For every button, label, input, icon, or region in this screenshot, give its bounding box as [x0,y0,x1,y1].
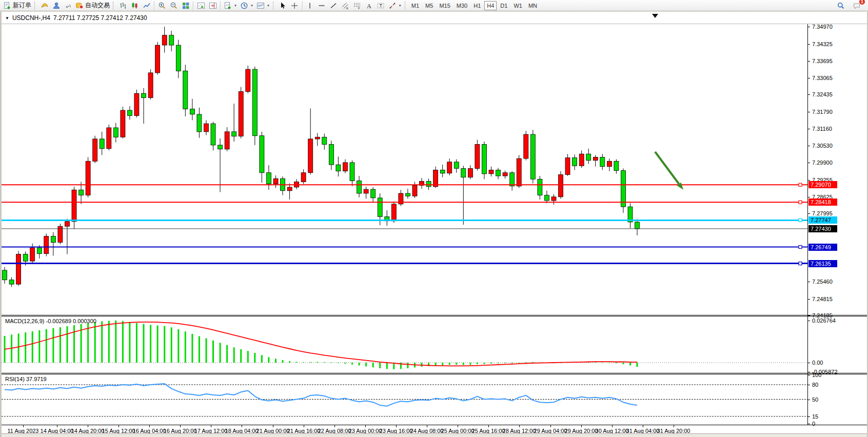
timeframe-button-w1[interactable]: W1 [511,1,525,10]
rsi-tick-label: 0 [808,421,815,427]
chart-window: ▼ USDCNH-,H4 7.27711 7.27725 7.27412 7.2… [0,12,868,437]
time-tick [119,425,119,427]
chart-shift-button[interactable] [207,1,219,11]
text-tool[interactable]: A [363,1,375,11]
autotrading-button[interactable]: 自动交易 [74,1,111,11]
time-tick [23,425,24,427]
rsi-tick-label: 15 [808,413,818,420]
auto-scroll-button[interactable] [195,1,207,11]
arrow-objects-icon [388,2,397,10]
equidistant-channel-icon: E [341,2,349,10]
new-chart-icon [224,2,232,10]
timeframe-button-m15[interactable]: M15 [437,1,452,10]
toolbar: 新订单 自动交易 [0,0,868,11]
toolbar-grip [113,2,115,10]
macd-plot[interactable] [2,316,807,373]
mql5-profile-button[interactable] [50,1,62,11]
new-order-icon [3,2,11,10]
periods-dropdown[interactable]: ▼ [239,1,255,11]
time-tick [550,425,551,427]
toolbar-grip [405,2,407,10]
auto-scroll-icon [197,2,205,10]
price-tick-label: 7.32435 [808,91,833,97]
svg-text:E: E [346,6,348,9]
time-tick [674,425,674,427]
vertical-line-icon [306,2,314,10]
timeframe-button-h4[interactable]: H4 [484,1,497,10]
chart-shift-marker[interactable] [652,14,658,18]
time-tick [242,425,242,427]
crosshair-icon [290,2,299,10]
zoom-in-button[interactable] [156,1,168,11]
timeframe-button-d1[interactable]: D1 [498,1,510,10]
time-tick [365,425,366,427]
timeframe-button-mn[interactable]: MN [526,1,540,10]
zoom-out-icon [170,2,178,10]
bar-chart-icon [119,2,127,10]
toolbar-grip [273,2,275,10]
chart-symbol-period: USDCNH-,H4 [12,14,50,22]
line-chart-button[interactable] [141,1,152,11]
price-tick-label: 7.25460 [808,279,833,285]
notification-badge: 1 [859,0,865,5]
signals-button[interactable] [62,1,74,11]
price-tick-label: 7.31160 [808,126,832,132]
tile-windows-button[interactable] [180,1,191,11]
arrows-dropdown[interactable]: ▼ [387,1,403,11]
search-icon[interactable] [835,1,846,11]
chart-quotes: 7.27711 7.27725 7.27412 7.27430 [53,14,147,22]
autotrading-icon [75,2,84,10]
time-tick [180,425,181,427]
price-tick-label: 7.27995 [808,210,833,216]
price-tick-label: 7.33695 [808,58,833,64]
time-tick [57,425,57,427]
price-chart-plot[interactable] [2,24,807,315]
chart-shift-icon [209,2,217,10]
timeframe-button-m30[interactable]: M30 [454,1,470,10]
time-tick [88,425,88,427]
macd-tick-label: 0.00 [808,360,823,366]
metaeditor-button[interactable] [38,1,50,11]
crosshair-button[interactable] [289,1,301,11]
timeframe-button-m1[interactable]: M1 [409,1,422,10]
time-tick [427,425,427,427]
zoom-out-button[interactable] [168,1,180,11]
dropdown-arrow-icon: ▼ [250,4,253,7]
time-tick [304,425,304,427]
price-axis[interactable]: 7.349707.343257.336957.330657.324357.317… [808,12,868,437]
timeframe-button-m5[interactable]: M5 [423,1,436,10]
rsi-tick-label: 80 [808,382,818,388]
price-line-tag: 7.28418 [808,198,837,206]
horizontal-line-tool[interactable] [316,1,328,11]
channel-tool[interactable]: E [340,1,351,11]
fibonacci-tool[interactable]: F [351,1,363,11]
collapse-triangle-icon[interactable]: ▼ [5,16,9,21]
bar-chart-button[interactable] [117,1,129,11]
price-line-tag: 7.26135 [808,260,837,267]
toolbar-grip [34,2,36,10]
macd-label: MACD(12,26,9) -0.002689 0.000300 [5,318,96,324]
templates-dropdown[interactable]: ▼ [255,1,271,11]
timeframe-button-h1[interactable]: H1 [471,1,483,10]
time-tick [211,425,211,427]
rsi-plot[interactable] [2,374,807,425]
dropdown-arrow-icon: ▼ [399,4,402,7]
price-tick-label: 7.34325 [808,41,833,47]
time-tick [581,425,582,427]
vertical-line-tool[interactable] [304,1,316,11]
cursor-button[interactable] [277,1,289,11]
text-label-tool[interactable]: T [375,1,387,11]
metaeditor-icon [41,2,49,10]
template-icon [257,2,265,10]
rsi-tick-label: 100 [808,372,821,378]
notifications-icon[interactable]: 1 [851,1,862,11]
new-chart-dropdown[interactable]: ▼ [222,1,239,11]
horizontal-line-icon [318,2,326,10]
trendline-tool[interactable] [328,1,340,11]
dropdown-arrow-icon: ▼ [234,4,237,7]
time-tick [612,425,613,427]
candlestick-chart-button[interactable] [129,1,141,11]
trendline-icon [329,2,338,10]
new-order-button[interactable]: 新订单 [2,1,33,11]
price-line-tag: 7.27747 [808,216,837,224]
